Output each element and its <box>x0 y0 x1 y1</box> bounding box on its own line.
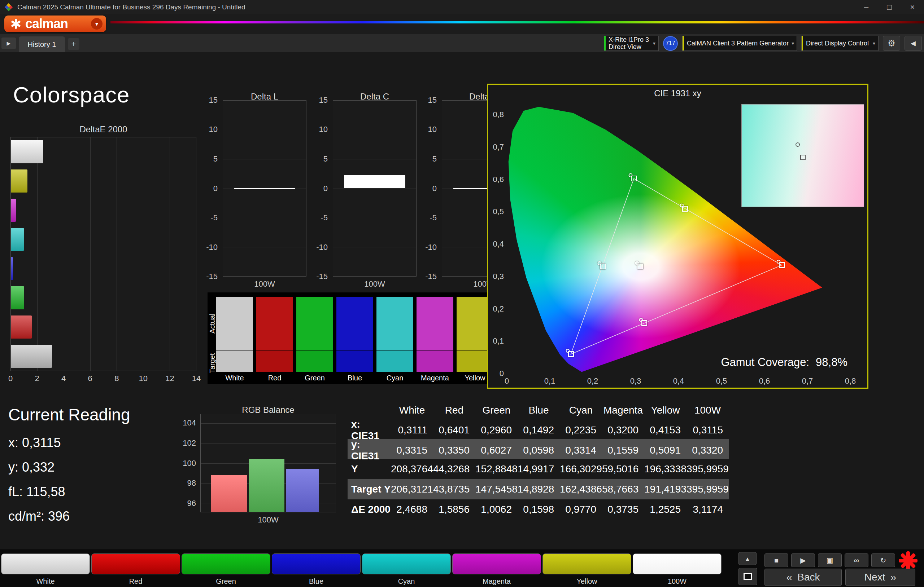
pattern-generator-dropdown[interactable]: CalMAN Client 3 Pattern Generator ▾ <box>682 36 797 51</box>
pattern-status-stripe <box>683 36 684 51</box>
axis-tick-label: -15 <box>312 271 328 281</box>
bottom-bar: ▲ « Back Next » WhiteRedGreenBlueCyanMag… <box>0 549 924 587</box>
rgb-balance-plot <box>200 414 336 512</box>
pattern-button-white[interactable]: White <box>1 554 90 587</box>
axis-tick-label: 0,1 <box>535 377 564 386</box>
loop-button[interactable]: ∞ <box>845 554 868 567</box>
delta-l-y-axis: 151050-5-10-15 <box>204 100 220 276</box>
minimize-icon[interactable]: – <box>855 0 878 14</box>
axis-tick-label: -15 <box>421 271 437 281</box>
gridline <box>333 189 416 189</box>
axis-tick-label: 0,2 <box>578 377 607 386</box>
table-cell: 14,8928 <box>518 483 560 495</box>
play-button[interactable]: ▶ <box>791 554 815 567</box>
gridline <box>170 137 170 371</box>
app-window: Calman 2025 Calman Ultimate for Business… <box>0 0 924 587</box>
pattern-button-yellow[interactable]: Yellow <box>543 554 631 587</box>
axis-tick-label: -10 <box>202 242 218 252</box>
pattern-window-button[interactable]: ▣ <box>818 554 842 567</box>
gridline <box>333 159 416 159</box>
calman-menu-button[interactable]: calman ▾ <box>4 15 106 32</box>
axis-tick-label: 0,4 <box>664 377 693 386</box>
deltae2000-chart-title: DeltaE 2000 <box>10 124 196 135</box>
brand-name: calman <box>25 16 68 31</box>
gridline <box>143 137 143 371</box>
table-header-row: WhiteRedGreenBlueCyanMagentaYellow100W <box>348 402 729 419</box>
swatch-label: Green <box>296 374 333 382</box>
pattern-window-button[interactable] <box>739 568 757 585</box>
pattern-color-swatch <box>452 554 541 574</box>
expand-panel-button[interactable]: ▲ <box>739 552 757 565</box>
row-label: Y <box>348 463 391 475</box>
settings-button[interactable]: ⚙ <box>883 36 900 51</box>
table-row: Target Y206,312143,8735147,545814,892816… <box>348 479 729 499</box>
row-label: x: CIE31 <box>348 419 391 442</box>
pattern-button-green[interactable]: Green <box>182 554 271 587</box>
repeat-button[interactable]: ↻ <box>871 554 895 567</box>
swatch-label: Red <box>256 374 293 382</box>
swatch-actual-color <box>376 297 413 350</box>
chevron-down-icon: ▾ <box>91 18 102 30</box>
table-cell: 162,4386 <box>560 483 602 495</box>
swatch-target-color <box>216 350 253 372</box>
reading-line: y: 0,332 <box>8 460 70 475</box>
maximize-icon[interactable]: □ <box>878 0 901 14</box>
pattern-button-red[interactable]: Red <box>91 554 180 587</box>
gridline <box>223 247 306 247</box>
repeat-icon: ↻ <box>880 556 886 565</box>
swatch-magenta: Magenta <box>416 293 453 384</box>
white-point-target-marker <box>800 155 805 160</box>
calibration-asterisk-icon <box>899 551 917 570</box>
pattern-button-label: Yellow <box>543 577 631 585</box>
table-cell: 0,5091 <box>644 445 686 456</box>
next-button[interactable]: Next » <box>845 569 915 586</box>
axis-tick-label: 0,6 <box>750 377 779 386</box>
axis-tick-label: 4 <box>49 374 78 383</box>
tab-nav-button[interactable]: ▶ <box>2 38 16 49</box>
measurement-table: WhiteRedGreenBlueCyanMagentaYellow100Wx:… <box>348 402 729 520</box>
axis-tick-label: 15 <box>312 95 328 105</box>
axis-tick-label: 0,1 <box>489 336 504 347</box>
pattern-button-cyan[interactable]: Cyan <box>362 554 451 587</box>
axis-tick-label: -5 <box>421 213 437 223</box>
deltal-bar-100w <box>234 188 295 189</box>
axis-tick-label: 0,5 <box>489 206 504 217</box>
pattern-button-100w[interactable]: 100W <box>633 554 721 587</box>
pattern-button-blue[interactable]: Blue <box>272 554 361 587</box>
calman-flower-icon <box>11 19 21 29</box>
pattern-color-swatch <box>1 554 90 574</box>
close-icon[interactable]: × <box>901 0 924 14</box>
stop-button[interactable]: ■ <box>764 554 788 567</box>
axis-tick-label: 0,5 <box>707 377 736 386</box>
delta-c-y-axis: 151050-5-10-15 <box>314 100 330 276</box>
back-button[interactable]: « Back <box>764 569 842 586</box>
logo-row: calman ▾ <box>0 14 924 34</box>
loop-icon: ∞ <box>854 556 859 565</box>
column-header: White <box>391 404 433 416</box>
x-axis-label: 100W <box>200 515 336 525</box>
swatch-strip: Actual Target WhiteRedGreenBlueCyanMagen… <box>208 293 533 384</box>
pattern-color-swatch <box>91 554 180 574</box>
table-cell: 0,3111 <box>391 424 433 436</box>
swatch-actual-color <box>216 297 253 350</box>
window-frame-icon <box>744 573 752 580</box>
x-axis-label: 100W <box>333 280 416 289</box>
table-cell: 152,8848 <box>475 463 518 475</box>
pattern-button-magenta[interactable]: Magenta <box>452 554 541 587</box>
gridline <box>223 159 306 159</box>
pattern-button-label: Cyan <box>362 577 451 585</box>
pattern-color-swatch <box>182 554 271 574</box>
tab-history-1[interactable]: History 1 <box>19 36 65 52</box>
pattern-color-swatch <box>362 554 451 574</box>
meter-dropdown[interactable]: X-Rite i1Pro 3 Direct View ▾ <box>604 36 659 51</box>
deltae2000-x-axis: 02468101214 <box>10 374 196 384</box>
display-control-dropdown[interactable]: Direct Display Control ▾ <box>801 36 878 51</box>
gridline <box>201 423 336 424</box>
rgb-balance-y-axis: 1041021009896 <box>182 414 198 512</box>
axis-tick-label: 8 <box>102 374 131 383</box>
chevron-down-icon: ▾ <box>870 40 875 46</box>
deltae-bar-100w <box>11 345 52 368</box>
add-tab-button[interactable]: + <box>68 38 79 50</box>
collapse-panel-button[interactable]: ◀ <box>904 36 922 51</box>
table-cell: 395,9959 <box>686 483 729 495</box>
